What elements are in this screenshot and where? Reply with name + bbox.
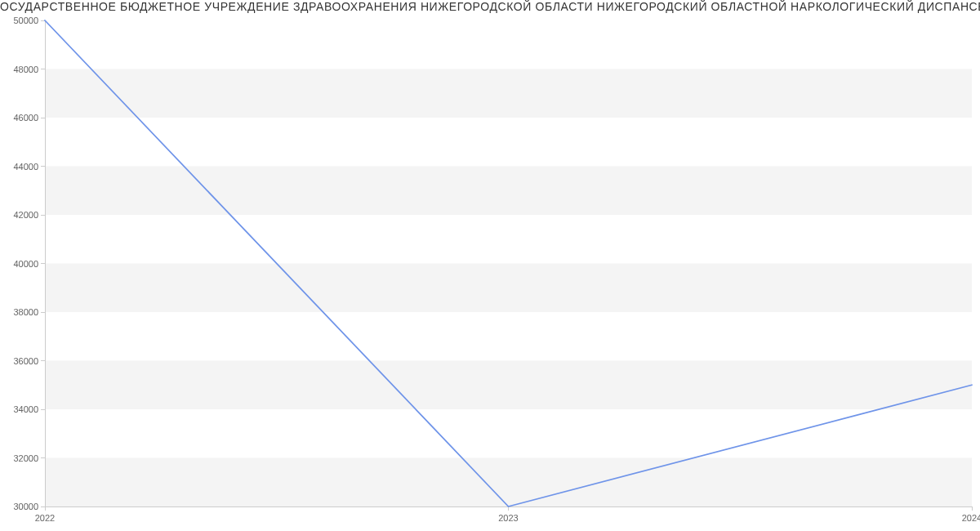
y-tick-label: 32000 [13,453,38,463]
chart-container: ОСУДАРСТВЕННОЕ БЮДЖЕТНОЕ УЧРЕЖДЕНИЕ ЗДРА… [0,0,980,531]
grid-band [45,69,972,118]
y-tick-label: 36000 [13,356,38,366]
y-tick-label: 44000 [13,162,38,172]
y-tick-label: 38000 [13,307,38,317]
grid-band [45,264,972,313]
y-tick-label: 40000 [13,259,38,269]
y-tick-label: 30000 [13,502,38,511]
grid-band [45,361,972,410]
x-tick-label: 2023 [498,513,518,523]
grid-band [45,167,972,216]
x-tick-label: 2024 [962,513,980,523]
y-tick-label: 46000 [13,113,38,123]
y-tick-label: 42000 [13,210,38,220]
y-tick-label: 50000 [13,16,38,25]
chart-svg: 3000032000340003600038000400004200044000… [0,0,980,531]
x-tick-label: 2022 [35,513,55,523]
y-tick-label: 48000 [13,65,38,74]
grid-band [45,458,972,507]
y-tick-label: 34000 [13,404,38,414]
